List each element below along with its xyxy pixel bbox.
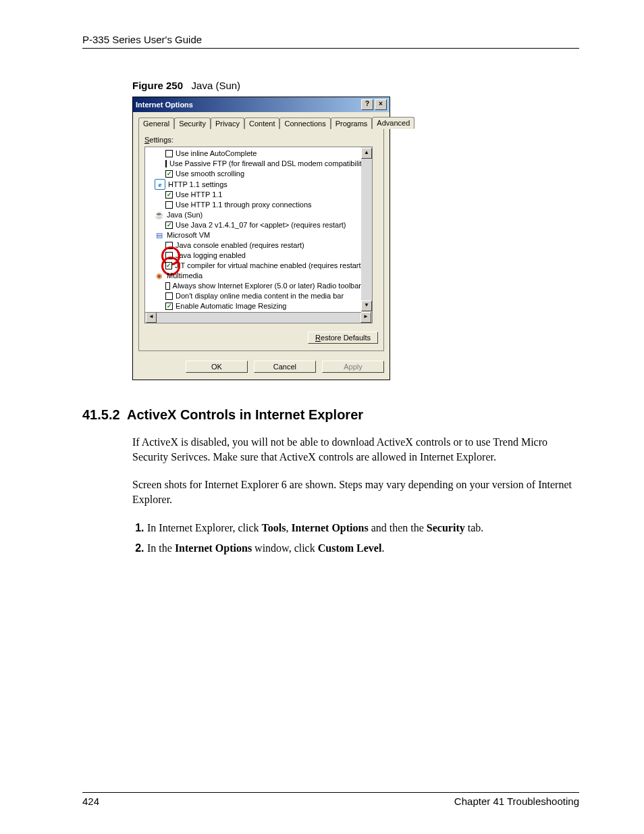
checkbox-icon[interactable] [165,221,173,229]
settings-tree[interactable]: Use inline AutoCompleteUse Passive FTP (… [144,147,361,313]
tree-item-label: Don't display online media content in th… [176,291,344,301]
tab-privacy[interactable]: Privacy [211,118,244,129]
tree-item-label: Java console enabled (requires restart) [176,240,304,251]
tree-item-label: HTTP 1.1 settings [168,180,227,190]
checkbox-icon[interactable] [165,242,173,249]
tree-item-label: Use HTTP 1.1 through proxy connections [176,200,312,210]
tree-item-label: Enable Automatic Image Resizing [176,301,286,311]
scroll-down-icon[interactable]: ▼ [361,301,372,311]
figure-label: Figure 250 [132,80,183,91]
tree-item-label: Use inline AutoComplete [176,149,257,159]
tree-item-label: Use Passive FTP (for firewall and DSL mo… [169,159,361,169]
dialog-title: Internet Options [136,101,360,109]
dialog-button-row: OK Cancel Apply [138,361,384,373]
section-paragraph-2: Screen shots for Internet Explorer 6 are… [132,477,579,506]
multimedia-icon: ◉ [155,271,164,281]
chapter-label: Chapter 41 Troubleshooting [454,796,579,807]
tree-item-label: Use smooth scrolling [176,169,244,179]
tab-content[interactable]: Content [244,118,280,129]
tree-checkbox-item[interactable]: Enable Automatic Image Resizing [146,301,361,311]
tree-checkbox-item[interactable]: Use Java 2 v1.4.1_07 for <applet> (requi… [146,220,361,230]
close-icon[interactable]: × [375,99,387,110]
checkbox-icon[interactable] [165,303,173,310]
scroll-right-icon[interactable]: ► [360,312,371,323]
tree-checkbox-item[interactable]: Java console enabled (requires restart) [146,240,361,251]
tab-strip: General Security Privacy Content Connect… [138,116,384,128]
tab-advanced[interactable]: Advanced [372,117,414,129]
checkbox-icon[interactable] [165,201,173,209]
figure-title: Java (Sun) [192,80,241,91]
tree-item-label: Java logging enabled [176,251,246,261]
checkbox-icon[interactable] [165,191,173,199]
guide-title: P-335 Series User's Guide [82,34,202,45]
page-header: P-335 Series User's Guide [82,34,579,49]
checkbox-icon[interactable] [165,262,172,269]
tree-item-label: Use HTTP 1.1 [176,190,223,200]
help-icon[interactable]: ? [361,99,373,110]
section-title: ActiveX Controls in Internet Explorer [127,407,363,422]
section-number: 41.5.2 [82,407,120,422]
tree-checkbox-item[interactable]: JIT compiler for virtual machine enabled… [146,261,361,271]
tree-item-label: Multimedia [167,271,203,281]
vertical-scrollbar[interactable]: ▲ ▼ [361,147,373,313]
tree-item-label: JIT compiler for virtual machine enabled… [175,261,361,271]
tree-item-label: Microsoft VM [167,230,210,240]
steps-list: In Internet Explorer, click Tools, Inter… [132,520,579,555]
checkbox-icon[interactable] [165,292,173,300]
tree-category: ☕Java (Sun) [146,210,361,220]
tree-checkbox-item[interactable]: Use inline AutoComplete [146,149,361,159]
tree-checkbox-item[interactable]: Use smooth scrolling [146,169,361,179]
apply-button[interactable]: Apply [322,361,384,373]
tree-item-label: Use Java 2 v1.4.1_07 for <applet> (requi… [176,220,346,230]
tree-checkbox-item[interactable]: Java logging enabled [146,251,361,261]
restore-defaults-button[interactable]: Restore Defaults [308,332,378,344]
checkbox-icon[interactable] [165,282,170,290]
tree-checkbox-item[interactable]: Use HTTP 1.1 through proxy connections [146,200,361,210]
tab-general[interactable]: General [138,118,174,129]
checkbox-icon[interactable] [165,170,173,178]
tree-category: eHTTP 1.1 settings [146,179,361,190]
tree-category: ◉Multimedia [146,271,361,281]
scroll-up-icon[interactable]: ▲ [361,148,372,159]
tab-programs[interactable]: Programs [331,118,373,129]
ie-icon: e [155,179,165,190]
internet-options-dialog: Internet Options ? × General Security Pr… [132,97,390,380]
checkbox-icon[interactable] [165,150,173,157]
tree-item-label: Always show Internet Explorer (5.0 or la… [173,281,361,291]
horizontal-scrollbar[interactable]: ◄ ► [144,312,373,323]
scroll-left-icon[interactable]: ◄ [146,312,157,323]
tree-item-label: Java (Sun) [167,210,203,220]
checkbox-icon[interactable] [165,160,167,167]
tab-security[interactable]: Security [174,118,211,129]
advanced-panel: Settings: Use inline AutoCompleteUse Pas… [138,128,384,351]
checkbox-icon[interactable] [165,252,173,259]
tab-connections[interactable]: Connections [279,118,330,129]
dialog-titlebar[interactable]: Internet Options ? × [133,97,390,112]
page-number: 424 [82,796,99,807]
step-1: In Internet Explorer, click Tools, Inter… [147,520,579,536]
figure-caption: Figure 250 Java (Sun) [132,80,579,91]
section-paragraph-1: If ActiveX is disabled, you will not be … [132,435,579,464]
ok-button[interactable]: OK [186,361,248,373]
tree-category: ▤Microsoft VM [146,230,361,240]
dialog-body: General Security Privacy Content Connect… [133,112,390,380]
page-footer: 424 Chapter 41 Troubleshooting [82,792,579,807]
document-icon: ▤ [155,231,164,240]
tree-checkbox-item[interactable]: Use HTTP 1.1 [146,190,361,200]
settings-label: Settings: [144,136,378,144]
step-2: In the Internet Options window, click Cu… [147,540,579,556]
section-heading: 41.5.2 ActiveX Controls in Internet Expl… [82,407,579,423]
cancel-button[interactable]: Cancel [254,361,316,373]
java-icon: ☕ [155,211,164,220]
tree-checkbox-item[interactable]: Use Passive FTP (for firewall and DSL mo… [146,159,361,169]
tree-checkbox-item[interactable]: Always show Internet Explorer (5.0 or la… [146,281,361,291]
tree-checkbox-item[interactable]: Don't display online media content in th… [146,291,361,301]
